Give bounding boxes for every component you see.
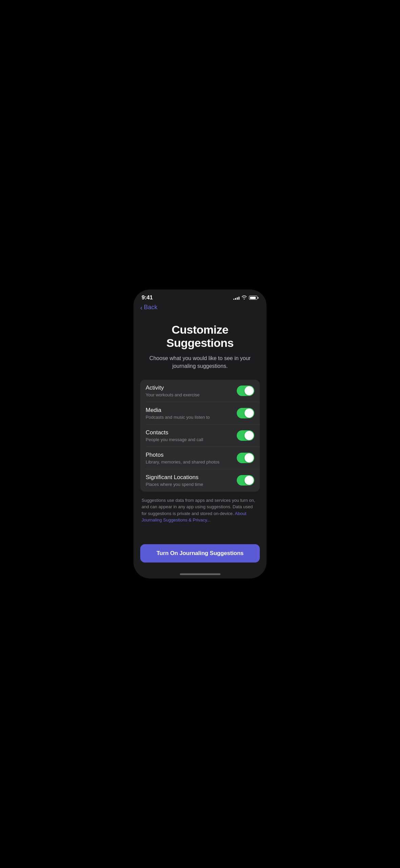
home-indicator (133, 571, 267, 578)
status-time: 9:41 (142, 294, 153, 301)
photos-toggle[interactable] (237, 453, 254, 463)
settings-card: Activity Your workouts and exercise Medi… (140, 380, 260, 492)
toggle-thumb (245, 476, 254, 485)
back-label: Back (144, 304, 157, 311)
contacts-subtitle: People you message and call (146, 437, 233, 442)
photos-subtitle: Library, memories, and shared photos (146, 459, 233, 465)
toggle-thumb (245, 431, 254, 440)
activity-title: Activity (146, 384, 233, 391)
significant-locations-title: Significant Locations (146, 474, 233, 481)
nav-bar: ‹ Back (133, 301, 267, 312)
main-content: CustomizeSuggestions Choose what you wou… (133, 312, 267, 540)
signal-icon (233, 296, 239, 300)
wifi-icon (241, 295, 247, 300)
photos-row: Photos Library, memories, and shared pho… (140, 447, 260, 469)
footer-note: Suggestions use data from apps and servi… (140, 497, 260, 524)
contacts-title: Contacts (146, 429, 233, 436)
media-toggle[interactable] (237, 408, 254, 418)
back-chevron-icon: ‹ (140, 304, 143, 311)
contacts-row: Contacts People you message and call (140, 425, 260, 447)
significant-locations-subtitle: Places where you spend time (146, 482, 233, 487)
phone-frame: 9:41 (133, 290, 267, 578)
back-button[interactable]: ‹ Back (140, 304, 157, 311)
media-title: Media (146, 407, 233, 414)
activity-row: Activity Your workouts and exercise (140, 380, 260, 402)
status-icons (233, 295, 258, 300)
home-bar (180, 573, 220, 575)
title-section: CustomizeSuggestions Choose what you wou… (140, 318, 260, 380)
activity-toggle[interactable] (237, 386, 254, 396)
toggle-thumb (245, 453, 254, 462)
turn-on-journaling-button[interactable]: Turn On Journaling Suggestions (140, 544, 260, 563)
toggle-thumb (245, 386, 254, 395)
media-subtitle: Podcasts and music you listen to (146, 415, 233, 420)
page-title: CustomizeSuggestions (147, 323, 253, 350)
significant-locations-row: Significant Locations Places where you s… (140, 469, 260, 492)
toggle-thumb (245, 409, 254, 418)
page-subtitle: Choose what you would like to see in you… (147, 354, 253, 370)
media-row: Media Podcasts and music you listen to (140, 402, 260, 425)
activity-subtitle: Your workouts and exercise (146, 392, 233, 397)
photos-title: Photos (146, 452, 233, 458)
battery-icon (249, 296, 258, 300)
contacts-toggle[interactable] (237, 430, 254, 441)
status-bar: 9:41 (133, 290, 267, 301)
significant-locations-toggle[interactable] (237, 475, 254, 486)
bottom-section: Turn On Journaling Suggestions (133, 540, 267, 571)
